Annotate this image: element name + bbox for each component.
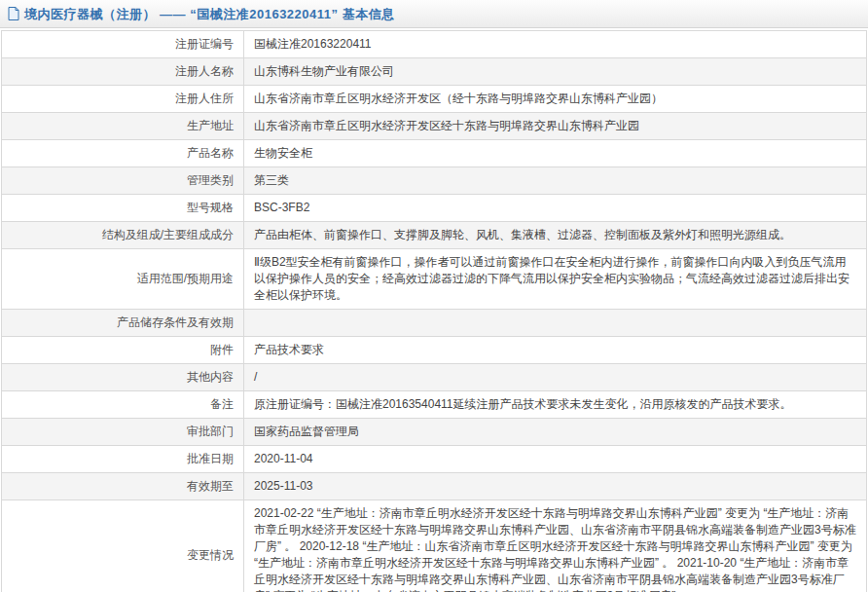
row-label: 备注 — [2, 391, 244, 419]
page-header: 境内医疗器械（注册） —— “国械注准20163220411” 基本信息 — [0, 0, 868, 28]
row-label: 其他内容 — [2, 364, 244, 391]
row-label: 批准日期 — [2, 446, 244, 473]
row-value — [244, 310, 867, 337]
table-row: 型号规格 BSC-3FB2 — [2, 195, 867, 222]
row-value: 2025-11-03 — [244, 473, 867, 500]
document-icon — [8, 7, 19, 20]
row-label: 有效期至 — [2, 473, 244, 500]
table-row: 结构及组成/主要组成成分 产品由柜体、前窗操作口、支撑脚及脚轮、风机、集液槽、过… — [2, 222, 867, 249]
table-row: 有效期至 2025-11-03 — [2, 473, 867, 500]
row-value: 2020-11-04 — [244, 446, 867, 473]
row-value: 原注册证编号：国械注准20163540411延续注册产品技术要求未发生变化，沿用… — [244, 391, 867, 419]
row-label: 附件 — [2, 337, 244, 364]
table-row: 注册人名称 山东博科生物产业有限公司 — [2, 58, 867, 86]
row-label: 产品储存条件及有效期 — [2, 310, 244, 337]
table-row: 注册证编号 国械注准20163220411 — [2, 31, 867, 58]
row-label: 生产地址 — [2, 113, 244, 140]
table-row: 注册人住所 山东省济南市章丘区明水经济开发区（经十东路与明埠路交界山东博科产业园… — [2, 86, 867, 113]
row-label: 结构及组成/主要组成成分 — [2, 222, 244, 249]
row-value: Ⅱ级B2型安全柜有前窗操作口，操作者可以通过前窗操作口在安全柜内进行操作，前窗操… — [244, 249, 867, 310]
row-value: 山东省济南市章丘区明水经济开发区（经十东路与明埠路交界山东博科产业园） — [244, 86, 867, 113]
row-value: 产品由柜体、前窗操作口、支撑脚及脚轮、风机、集液槽、过滤器、控制面板及紫外灯和照… — [244, 222, 867, 249]
page-title: 境内医疗器械（注册） —— “国械注准20163220411” 基本信息 — [24, 0, 395, 28]
table-row: 其他内容 / — [2, 364, 867, 391]
row-value: 第三类 — [244, 167, 867, 195]
row-value: 2021-02-22 “生产地址：济南市章丘明水经济开发区经十东路与明埠路交界山… — [244, 500, 867, 592]
table-row: 管理类别 第三类 — [2, 167, 867, 195]
row-value: 山东博科生物产业有限公司 — [244, 58, 867, 86]
table-row: 产品名称 生物安全柜 — [2, 140, 867, 167]
table-row: 变更情况 2021-02-22 “生产地址：济南市章丘明水经济开发区经十东路与明… — [2, 500, 867, 592]
registration-info-table: 注册证编号 国械注准20163220411 注册人名称 山东博科生物产业有限公司… — [1, 30, 867, 592]
table-row: 适用范围/预期用途 Ⅱ级B2型安全柜有前窗操作口，操作者可以通过前窗操作口在安全… — [2, 249, 867, 310]
row-label: 注册证编号 — [2, 31, 244, 58]
row-label: 型号规格 — [2, 195, 244, 222]
row-value: / — [244, 364, 867, 391]
row-label: 注册人住所 — [2, 86, 244, 113]
row-label: 注册人名称 — [2, 58, 244, 86]
row-value: 国械注准20163220411 — [244, 31, 867, 58]
row-label: 产品名称 — [2, 140, 244, 167]
row-label: 管理类别 — [2, 167, 244, 195]
row-value: 国家药品监督管理局 — [244, 419, 867, 446]
table-row: 产品储存条件及有效期 — [2, 310, 867, 337]
row-label: 审批部门 — [2, 419, 244, 446]
table-row: 生产地址 山东省济南市章丘区明水经济开发区经十东路与明埠路交界山东博科产业园 — [2, 113, 867, 140]
table-row: 附件 产品技术要求 — [2, 337, 867, 364]
row-label: 变更情况 — [2, 500, 244, 592]
row-label: 适用范围/预期用途 — [2, 249, 244, 310]
row-value: 产品技术要求 — [244, 337, 867, 364]
table-row: 批准日期 2020-11-04 — [2, 446, 867, 473]
table-row: 备注 原注册证编号：国械注准20163540411延续注册产品技术要求未发生变化… — [2, 391, 867, 419]
table-row: 审批部门 国家药品监督管理局 — [2, 419, 867, 446]
row-value: 生物安全柜 — [244, 140, 867, 167]
row-value: BSC-3FB2 — [244, 195, 867, 222]
row-value: 山东省济南市章丘区明水经济开发区经十东路与明埠路交界山东博科产业园 — [244, 113, 867, 140]
